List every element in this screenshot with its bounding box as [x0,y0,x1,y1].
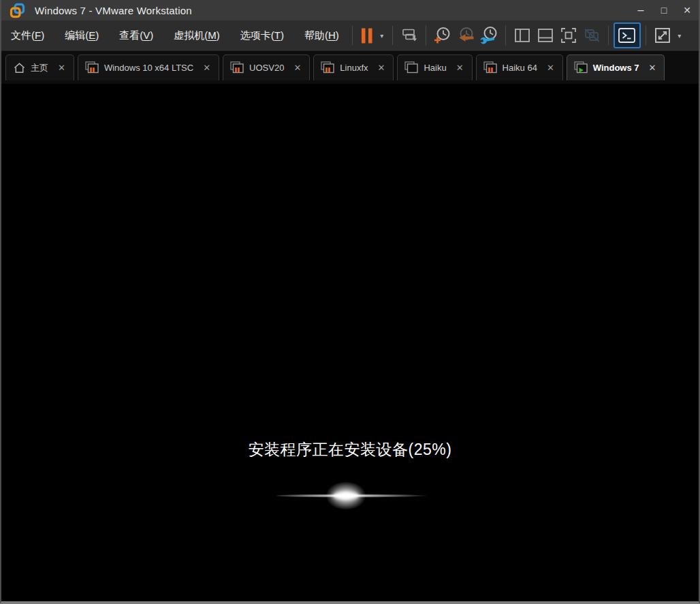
console-view-button[interactable] [614,22,641,48]
manage-snapshots-button[interactable] [477,24,500,47]
boot-glow-animation [276,474,446,518]
menu-toolbar-row: 文件(F)编辑(E)查看(V)虚拟机(M)选项卡(T)帮助(H) ▾ [1,20,699,51]
menu-f[interactable]: 文件(F) [11,29,44,42]
pause-icon [359,27,375,45]
close-button[interactable]: ✕ [675,0,699,20]
fullscreen-icon [559,26,578,45]
library-toggle-button[interactable] [511,24,534,47]
menubar: 文件(F)编辑(E)查看(V)虚拟机(M)选项卡(T)帮助(H) [11,29,339,42]
unity-mode-icon [582,26,602,45]
manage-snapshots-icon [479,26,499,45]
tab-close-icon[interactable]: ✕ [455,63,465,73]
tab-label: Haiku 64 [503,63,537,73]
tab-windows-7[interactable]: Windows 7✕ [567,54,665,80]
power-options-caret[interactable]: ▾ [377,24,387,47]
toolbar-separator [608,26,609,45]
tab-strip: 主页✕Windows 10 x64 LTSC✕UOSV20✕Linuxfx✕Ha… [1,51,699,84]
menu-h[interactable]: 帮助(H) [304,29,339,42]
menu-e[interactable]: 编辑(E) [65,29,99,42]
library-panel-icon [513,26,532,45]
take-snapshot-button[interactable] [431,24,454,47]
window-controls: – □ ✕ [629,0,699,20]
tab-label: Windows 10 x64 LTSC [104,63,193,73]
tab-close-icon[interactable]: ✕ [545,63,556,73]
vm-status-icon [574,61,588,75]
toolbar-separator [505,26,506,45]
glow-core [333,492,359,500]
toolbar-separator [426,26,426,45]
unity-mode-button[interactable] [580,24,603,47]
revert-snapshot-icon [456,26,476,45]
tab-label: Windows 7 [593,63,639,73]
menu-v[interactable]: 查看(V) [119,29,153,42]
ctrl-alt-del-icon [399,26,419,45]
menu-t[interactable]: 选项卡(T) [240,29,284,42]
tab-haiku-64[interactable]: Haiku 64✕ [476,54,563,80]
titlebar: Windows 7 - VMware Workstation – □ ✕ [1,0,699,20]
tab-home[interactable]: 主页✕ [5,54,74,80]
minimize-button[interactable]: – [629,0,652,20]
take-snapshot-icon [432,26,453,45]
vm-status-icon [404,61,419,75]
fullscreen-button[interactable] [557,24,580,47]
maximize-button[interactable]: □ [652,0,675,20]
vm-status-icon [483,61,498,75]
fit-guest-icon [653,26,672,45]
vm-status-icon [230,61,244,75]
tab-label: Linuxfx [340,63,368,73]
window-title: Windows 7 - VMware Workstation [35,5,192,16]
tab-label: Haiku [424,63,446,73]
pause-vm-button[interactable] [357,24,377,47]
vmware-workstation-window: Windows 7 - VMware Workstation – □ ✕ 文件(… [0,0,700,604]
tab-close-icon[interactable]: ✕ [57,63,67,73]
home-icon [13,61,26,74]
toolbar: ▾ [347,22,685,48]
thumbnail-bar-toggle-button[interactable] [534,24,557,47]
toolbar-separator [646,26,646,45]
fit-guest-caret[interactable]: ▾ [674,24,685,47]
tab-close-icon[interactable]: ✕ [377,63,387,73]
console-icon [618,27,636,44]
vmware-logo-icon [10,3,25,18]
toolbar-separator [392,26,393,45]
toolbar-separator [352,26,353,45]
vm-status-icon [321,61,335,75]
tab-label: 主页 [31,62,48,74]
tab-linuxfx[interactable]: Linuxfx✕ [313,54,394,80]
tab-close-icon[interactable]: ✕ [202,63,212,73]
thumbnail-bar-icon [536,26,555,45]
tab-label: UOSV20 [249,63,284,73]
revert-snapshot-button[interactable] [454,24,477,47]
setup-status-text: 安装程序正在安装设备(25%) [1,439,699,460]
tab-windows-10-x64-ltsc[interactable]: Windows 10 x64 LTSC✕ [78,54,219,80]
vm-status-icon [85,61,99,75]
send-ctrl-alt-del-button[interactable] [398,24,421,47]
vm-display[interactable]: 安装程序正在安装设备(25%) [1,84,699,601]
tab-haiku[interactable]: Haiku✕ [397,54,472,80]
tab-uosv20[interactable]: UOSV20✕ [223,54,310,80]
menu-m[interactable]: 虚拟机(M) [174,29,220,42]
fit-guest-button[interactable] [651,24,674,47]
tab-close-icon[interactable]: ✕ [648,63,658,73]
tab-close-icon[interactable]: ✕ [292,63,302,73]
